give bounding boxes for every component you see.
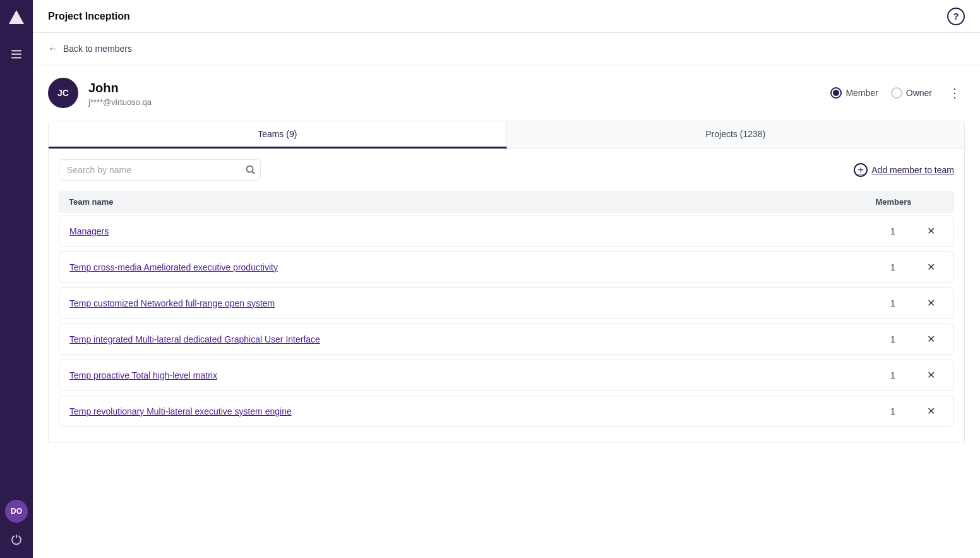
power-icon[interactable] [5, 528, 28, 550]
tab-content-teams: + Add member to team Team name Members M… [48, 149, 965, 442]
team-name-link[interactable]: Temp customized Networked full-range ope… [69, 298, 868, 308]
user-profile-section: JC John j****@virtuoso.qa Member Owner ⋮ [33, 65, 980, 108]
sidebar-nav-icon[interactable] [5, 43, 28, 66]
team-name-link[interactable]: Managers [69, 226, 868, 236]
search-wrapper [59, 159, 261, 181]
table-row: Temp integrated Multi-lateral dedicated … [59, 324, 954, 355]
team-members-count: 1 [868, 406, 918, 416]
svg-line-5 [253, 172, 255, 174]
user-email: j****@virtuoso.qa [88, 97, 820, 107]
svg-rect-2 [11, 54, 21, 56]
remove-team-button[interactable]: ✕ [918, 333, 943, 345]
remove-team-button[interactable]: ✕ [918, 297, 943, 309]
page-title: Project Inception [48, 11, 947, 22]
team-members-count: 1 [868, 262, 918, 272]
col-header-team-name: Team name [69, 197, 868, 207]
main-content: Project Inception ? ← Back to members JC… [33, 0, 980, 558]
user-avatar: JC [48, 78, 78, 108]
owner-radio[interactable]: Owner [891, 87, 932, 99]
user-role-controls: Member Owner ⋮ [830, 83, 965, 103]
col-header-members: Members [868, 197, 919, 207]
team-name-link[interactable]: Temp proactive Total high-level matrix [69, 370, 868, 380]
help-button[interactable]: ? [947, 8, 965, 25]
add-circle-icon: + [854, 163, 868, 177]
content-area: ← Back to members JC John j****@virtuoso… [33, 33, 980, 558]
svg-marker-0 [9, 10, 24, 24]
app-logo[interactable] [6, 8, 27, 28]
user-info: John j****@virtuoso.qa [88, 80, 820, 107]
table-row: Temp cross-media Ameliorated executive p… [59, 252, 954, 282]
team-members-count: 1 [868, 298, 918, 308]
member-label: Member [846, 88, 878, 98]
owner-label: Owner [906, 88, 932, 98]
table-row: Temp customized Networked full-range ope… [59, 288, 954, 318]
user-name: John [88, 80, 820, 96]
sidebar: DO [0, 0, 33, 558]
tab-teams[interactable]: Teams (9) [49, 121, 507, 149]
add-member-label: Add member to team [871, 165, 954, 175]
remove-team-button[interactable]: ✕ [918, 225, 943, 237]
col-header-actions [919, 197, 944, 207]
remove-team-button[interactable]: ✕ [918, 405, 943, 417]
back-nav-label: Back to members [63, 44, 132, 54]
back-arrow-icon: ← [48, 43, 58, 54]
top-header: Project Inception ? [33, 0, 980, 33]
tabs-container: Teams (9) Projects (1238) [48, 121, 965, 149]
back-to-members-link[interactable]: ← Back to members [33, 33, 980, 65]
search-input[interactable] [59, 159, 261, 181]
table-header: Team name Members [59, 191, 954, 213]
svg-rect-3 [11, 57, 21, 59]
user-avatar-sidebar[interactable]: DO [5, 500, 28, 523]
remove-team-button[interactable]: ✕ [918, 369, 943, 381]
table-row: Temp proactive Total high-level matrix 1… [59, 360, 954, 391]
team-name-link[interactable]: Temp cross-media Ameliorated executive p… [69, 262, 868, 272]
member-radio-circle [830, 87, 842, 99]
svg-point-4 [247, 166, 253, 173]
team-name-link[interactable]: Temp revolutionary Multi-lateral executi… [69, 406, 868, 416]
team-members-count: 1 [868, 334, 918, 344]
team-members-count: 1 [868, 226, 918, 236]
search-add-row: + Add member to team [59, 159, 954, 181]
add-member-to-team-button[interactable]: + Add member to team [854, 163, 954, 177]
team-members-count: 1 [868, 370, 918, 380]
remove-team-button[interactable]: ✕ [918, 261, 943, 273]
member-radio[interactable]: Member [830, 87, 878, 99]
search-button[interactable] [246, 165, 256, 175]
tab-projects[interactable]: Projects (1238) [507, 121, 965, 149]
table-row: Managers 1 ✕ [59, 215, 954, 246]
svg-rect-1 [11, 50, 21, 52]
more-menu-button[interactable]: ⋮ [945, 83, 965, 103]
team-name-link[interactable]: Temp integrated Multi-lateral dedicated … [69, 334, 868, 344]
table-row: Temp revolutionary Multi-lateral executi… [59, 396, 954, 427]
teams-list: Managers 1 ✕ Temp cross-media Ameliorate… [59, 215, 954, 427]
owner-radio-circle [891, 87, 902, 99]
